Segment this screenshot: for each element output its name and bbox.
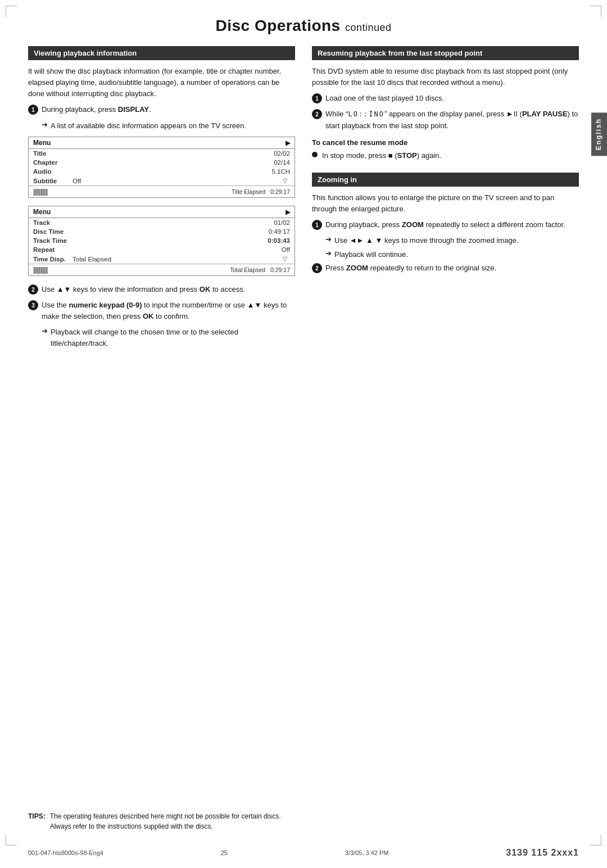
zoom-arrow-sym-2: ➔ bbox=[325, 249, 332, 260]
zoom-arrow-1: ➔ Use ◄► ▲ ▼ keys to move through the zo… bbox=[312, 235, 579, 246]
menu1-value-chapter: 02/14 bbox=[274, 159, 290, 166]
menu1-nav-subtitle: ▽ bbox=[283, 177, 287, 184]
footer-center-page: 25 bbox=[221, 849, 228, 856]
corner-mark-tr bbox=[590, 6, 601, 17]
arrow-symbol-3: ➔ bbox=[42, 327, 48, 349]
menu2-value-timedisp: Total Elapsed bbox=[73, 256, 111, 263]
title-continued: continued bbox=[345, 22, 392, 33]
section-resume-header: Resuming playback from the last stopped … bbox=[312, 46, 579, 60]
page-title: Disc Operations continued bbox=[28, 17, 579, 35]
menu2-arrow: ▶ bbox=[286, 209, 290, 216]
resume-step-1-text: Load one of the last played 10 discs. bbox=[325, 93, 579, 104]
menu2-row-track: Track 01/02 bbox=[29, 218, 295, 227]
step-3-arrow: ➔ Playback will change to the chosen tim… bbox=[28, 327, 295, 349]
menu2-value-disctime: 0:49:17 bbox=[269, 228, 290, 235]
resume-step-2: 2 While “LOːːİNO” appears on the display… bbox=[312, 108, 579, 131]
section-zooming-body: This function allows you to enlarge the … bbox=[312, 192, 579, 215]
resume-step-1-num: 1 bbox=[312, 93, 322, 103]
zoom-arrow-text-1: Use ◄► ▲ ▼ keys to move through the zoom… bbox=[334, 235, 519, 246]
menu2-label-repeat: Repeat bbox=[33, 246, 73, 253]
step-1-num: 1 bbox=[28, 105, 38, 115]
section-resume-body: This DVD system able to resume disc play… bbox=[312, 66, 579, 88]
zoom-arrow-2: ➔ Playback will continue. bbox=[312, 249, 579, 260]
corner-mark-tl bbox=[6, 6, 17, 17]
footer: 001-047-hts8000s-98-Eng4 25 3/3/05, 3:42… bbox=[28, 848, 579, 858]
menu1-row-audio: Audio 5.1CH bbox=[29, 167, 295, 176]
tips-text: The operating features described here mi… bbox=[50, 811, 281, 831]
menu1-label-subtitle: Subtitle bbox=[33, 178, 73, 184]
step-1-item: 1 During playback, press DISPLAY. bbox=[28, 104, 295, 115]
menu1-arrow: ▶ bbox=[286, 139, 290, 147]
zoom-step-2-num: 2 bbox=[312, 263, 322, 273]
footer-date: 3/3/05, 3:42 PM bbox=[345, 849, 389, 856]
arrow-symbol-1: ➔ bbox=[42, 120, 48, 132]
menu1-title: Menu bbox=[33, 139, 51, 147]
menu1-value-audio: 5.1CH bbox=[271, 168, 290, 175]
zoom-step-2-text: Press ZOOM repeatedly to return to the o… bbox=[325, 263, 579, 274]
menu2-value-repeat: Off bbox=[282, 246, 290, 253]
page-container: English Disc Operations continued Viewin… bbox=[0, 0, 607, 868]
cancel-resume-bullet: In stop mode, press ■ (STOP) again. bbox=[312, 150, 579, 161]
menu1-row-title: Title 02/02 bbox=[29, 149, 295, 158]
menu1-header: Menu ▶ bbox=[29, 137, 295, 149]
step-3-text: Use the numeric keypad (0-9) to input th… bbox=[42, 300, 295, 322]
menu2-bitrate-row: |||||||||||| Total Elapsed 0:29:17 bbox=[29, 264, 295, 275]
corner-mark-br bbox=[590, 834, 601, 846]
cancel-resume-text: In stop mode, press ■ (STOP) again. bbox=[322, 150, 579, 161]
tips-line2: Always refer to the instructions supplie… bbox=[50, 822, 213, 830]
tips-label: TIPS: bbox=[28, 811, 46, 831]
menu2-value-track: 01/02 bbox=[274, 219, 290, 226]
step-2-item: 2 Use ▲▼ keys to view the information an… bbox=[28, 284, 295, 295]
menu2-label-track: Track bbox=[33, 219, 73, 226]
zoom-arrow-sym-1: ➔ bbox=[325, 235, 332, 246]
menu2-row-timedisp: Time Disp. Total Elapsed ▽ bbox=[29, 254, 295, 264]
menu2-row-repeat: Repeat Off bbox=[29, 245, 295, 254]
step-1-arrow: ➔ A list of available disc information a… bbox=[28, 120, 295, 132]
menu2-bitrate-bars: |||||||||||| bbox=[33, 266, 47, 274]
cancel-resume-heading: To cancel the resume mode bbox=[312, 138, 579, 147]
section-viewing-body: It will show the disc playback informati… bbox=[28, 66, 295, 100]
menu2-title: Menu bbox=[33, 208, 51, 216]
bullet-icon bbox=[312, 152, 318, 157]
menu1-label-title: Title bbox=[33, 150, 73, 157]
menu2-row-disctime: Disc Time 0:49:17 bbox=[29, 227, 295, 236]
menu2-label-disctime: Disc Time bbox=[33, 228, 73, 235]
tips-section: TIPS: The operating features described h… bbox=[28, 811, 579, 831]
corner-mark-bl bbox=[6, 834, 17, 846]
menu2-header: Menu ▶ bbox=[29, 206, 295, 218]
tips-row: TIPS: The operating features described h… bbox=[28, 811, 579, 831]
menu1-row-chapter: Chapter 02/14 bbox=[29, 158, 295, 167]
menu-box-2: Menu ▶ Track 01/02 Disc Time 0:49:17 Tra… bbox=[28, 206, 295, 276]
resume-step-2-text: While “LOːːİNO” appears on the display p… bbox=[325, 108, 579, 131]
zoom-step-1-num: 1 bbox=[312, 220, 322, 230]
content-columns: Viewing playback information It will sho… bbox=[28, 46, 579, 351]
step-2-num: 2 bbox=[28, 284, 38, 295]
menu1-bitrate-bars: |||||||||||| bbox=[33, 188, 47, 196]
menu2-label-timedisp: Time Disp. bbox=[33, 256, 73, 263]
section-zooming-header: Zooming in bbox=[312, 173, 579, 187]
menu1-bitrate-row: |||||||||||| Title Elapsed 0:29:17 bbox=[29, 186, 295, 197]
menu1-value-title: 02/02 bbox=[274, 150, 290, 157]
left-column: Viewing playback information It will sho… bbox=[28, 46, 295, 351]
section-viewing-header: Viewing playback information bbox=[28, 46, 295, 60]
step-3-item: 3 Use the numeric keypad (0-9) to input … bbox=[28, 300, 295, 322]
zoom-step-1: 1 During playback, press ZOOM repeatedly… bbox=[312, 219, 579, 230]
english-tab: English bbox=[591, 112, 607, 156]
zoom-arrow-text-2: Playback will continue. bbox=[334, 249, 408, 260]
footer-left: 001-047-hts8000s-98-Eng4 bbox=[28, 849, 103, 856]
menu1-label-audio: Audio bbox=[33, 168, 73, 175]
zoom-step-1-text: During playback, press ZOOM repeatedly t… bbox=[325, 219, 579, 230]
menu2-label-tracktime: Track Time bbox=[33, 237, 73, 244]
menu2-value-tracktime: 0:03:43 bbox=[268, 237, 290, 244]
footer-right: 3139 115 2xxx1 bbox=[506, 848, 579, 858]
right-column: Resuming playback from the last stopped … bbox=[312, 46, 579, 351]
step-1-text: During playback, press DISPLAY. bbox=[42, 104, 295, 115]
step-2-text: Use ▲▼ keys to view the information and … bbox=[42, 284, 295, 295]
zoom-step-2: 2 Press ZOOM repeatedly to return to the… bbox=[312, 263, 579, 274]
menu1-row-subtitle: Subtitle Off ▽ bbox=[29, 176, 295, 186]
tips-line1: The operating features described here mi… bbox=[50, 812, 281, 820]
menu1-value-subtitle: Off bbox=[73, 178, 81, 184]
menu2-elapsed: Total Elapsed 0:29:17 bbox=[230, 266, 290, 273]
title-main: Disc Operations bbox=[215, 17, 340, 34]
step-3-arrow-text: Playback will change to the chosen time … bbox=[51, 327, 295, 349]
